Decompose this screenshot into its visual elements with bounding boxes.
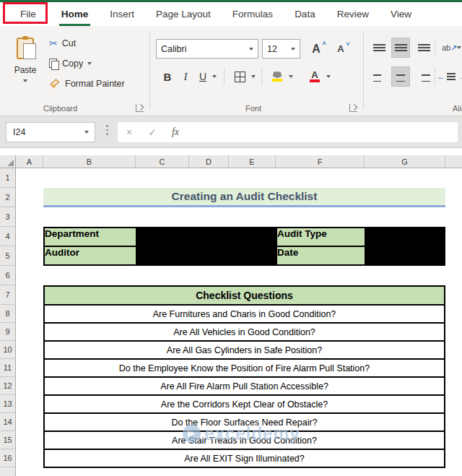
row-header[interactable]: 9	[0, 323, 16, 341]
borders-button[interactable]	[231, 68, 248, 85]
info-label-cell[interactable]: Department	[45, 228, 136, 246]
row-header[interactable]: 6	[0, 266, 16, 285]
copy-label: Copy	[62, 59, 83, 69]
row-header[interactable]: 3	[0, 207, 16, 227]
font-color-button[interactable]: A	[306, 68, 323, 85]
underline-icon: U	[199, 71, 206, 82]
row-header[interactable]: 13	[0, 395, 16, 413]
ribbon-tab[interactable]: Home	[51, 2, 100, 26]
ribbon-tab-bar: FileHomeInsertPage LayoutFormulasDataRev…	[0, 2, 462, 26]
info-value-cell[interactable]: Monthly	[366, 228, 444, 246]
group-separator	[149, 32, 150, 110]
checklist-question-cell[interactable]: Do the Floor Surfaces Need Repair?	[45, 414, 444, 430]
info-value-cell[interactable]: Mr. Andrew	[137, 247, 276, 264]
cut-button[interactable]: ✂ Cut	[49, 36, 76, 51]
paste-button[interactable]: Paste	[9, 33, 42, 108]
clipboard-dialog-launcher[interactable]	[136, 104, 144, 112]
decrease-font-size-button[interactable]: A˅	[331, 39, 351, 59]
align-center-button[interactable]	[391, 66, 410, 87]
borders-chevron-icon[interactable]	[251, 75, 256, 78]
select-all-button[interactable]	[0, 155, 16, 168]
info-value-cell[interactable]: Protection and Safety	[137, 228, 276, 246]
row-header[interactable]: 14	[0, 413, 16, 431]
ribbon-tab[interactable]: File	[6, 2, 51, 26]
name-box[interactable]: I24	[6, 122, 95, 142]
checklist-question-cell[interactable]: Are All Fire Alarm Pull Station Accessib…	[45, 378, 444, 394]
column-header[interactable]: B	[43, 155, 136, 168]
align-right-button[interactable]	[414, 68, 433, 85]
row-header[interactable]: 12	[0, 377, 16, 395]
row-header[interactable]: 5	[0, 246, 16, 266]
underline-chevron-icon[interactable]	[212, 75, 217, 78]
ribbon-tab[interactable]: Formulas	[222, 2, 284, 26]
top-align-button[interactable]	[370, 39, 388, 56]
format-painter-button[interactable]: Format Painter	[49, 77, 125, 91]
row-header[interactable]: 4	[0, 227, 16, 246]
row-header[interactable]: 1	[0, 168, 16, 188]
fill-color-button[interactable]	[269, 68, 286, 85]
column-header[interactable]: G	[365, 155, 445, 168]
increase-indent-button[interactable]: →	[458, 68, 462, 85]
row-header[interactable]: 15	[0, 431, 16, 449]
info-value-cell[interactable]: 30-Nov-22	[366, 247, 444, 264]
checklist-question-cell[interactable]: Do the Employee Know the Position of Fir…	[45, 360, 444, 376]
decrease-indent-button[interactable]: ←	[436, 68, 456, 85]
column-header[interactable]: A	[16, 155, 43, 168]
insert-function-button[interactable]: fx	[164, 126, 187, 138]
font-group-label: Font	[245, 104, 261, 113]
font-size-combo[interactable]: 12	[262, 39, 300, 59]
enter-button[interactable]: ✓	[141, 126, 164, 138]
formula-bar-grip[interactable]	[106, 125, 108, 135]
font-name-combo[interactable]: Calibri	[156, 39, 258, 59]
text-orientation-icon: ab↗	[442, 43, 450, 52]
cancel-button[interactable]: ×	[118, 126, 141, 138]
ribbon-tab[interactable]: Page Layout	[145, 2, 222, 26]
checklist-question-cell[interactable]: Are All Vehicles in Good Condition?	[45, 324, 444, 340]
underline-button[interactable]: U	[196, 68, 209, 85]
row-headers: 12345678910111213141516	[0, 168, 16, 476]
checklist-question-cell[interactable]: Are Furnitures and Charis in Good Condit…	[45, 306, 444, 322]
orientation-chevron-icon[interactable]	[457, 46, 461, 49]
column-header[interactable]: F	[276, 155, 365, 168]
column-header[interactable]: D	[189, 155, 229, 168]
info-label-cell[interactable]: Audit Type	[277, 228, 365, 246]
orientation-button[interactable]: ab↗	[437, 39, 455, 56]
bold-button[interactable]: B	[160, 68, 175, 85]
info-label-cell[interactable]: Auditor	[45, 247, 136, 264]
checklist-question-cell[interactable]: Are All EXIT Sign Illuminated?	[45, 450, 444, 467]
row-header[interactable]: 2	[0, 188, 16, 207]
checklist-question-cell[interactable]: Are Stair Treads in Good Condition?	[45, 432, 444, 449]
row-header[interactable]: 10	[0, 341, 16, 359]
small-separator	[224, 68, 225, 85]
row-header[interactable]: 11	[0, 359, 16, 377]
paste-chevron-icon	[23, 79, 27, 82]
ribbon-tab[interactable]: Review	[326, 2, 380, 26]
column-header[interactable]: E	[229, 155, 276, 168]
increase-font-size-button[interactable]: A˄	[306, 39, 326, 59]
middle-align-button[interactable]	[391, 38, 410, 58]
column-header[interactable]: C	[136, 155, 189, 168]
italic-button[interactable]: I	[179, 68, 192, 85]
row-header[interactable]: 7	[0, 285, 16, 305]
group-separator	[363, 32, 364, 110]
name-box-dropdown[interactable]	[79, 123, 95, 142]
info-label-cell[interactable]: Date	[277, 247, 365, 264]
checklist-question-cell[interactable]: Are All Gas Cylinders in Safe Position?	[45, 342, 444, 358]
align-left-button[interactable]	[370, 68, 388, 85]
bottom-align-button[interactable]	[414, 39, 433, 56]
row-header[interactable]: 8	[0, 305, 16, 323]
row-header[interactable]: 16	[0, 449, 16, 467]
checklist-question-cell[interactable]: Are the Corridors Kept Clear of Obstacle…	[45, 396, 444, 412]
font-color-chevron-icon[interactable]	[326, 75, 331, 78]
font-dialog-launcher[interactable]	[349, 104, 357, 112]
ribbon-tab[interactable]: Insert	[99, 2, 145, 26]
ribbon-tab[interactable]: Data	[284, 2, 326, 26]
font-size-value: 12	[267, 44, 277, 54]
column-header[interactable]	[445, 155, 462, 168]
fill-color-chevron-icon[interactable]	[289, 75, 293, 78]
sheet-title-cell[interactable]: Creating an Audit Checklist	[43, 188, 445, 207]
ribbon-tab[interactable]: View	[380, 2, 422, 26]
copy-button[interactable]: Copy	[49, 56, 92, 71]
checklist-header-cell[interactable]: Checklist Questions	[45, 287, 444, 304]
row-header[interactable]	[0, 467, 16, 476]
